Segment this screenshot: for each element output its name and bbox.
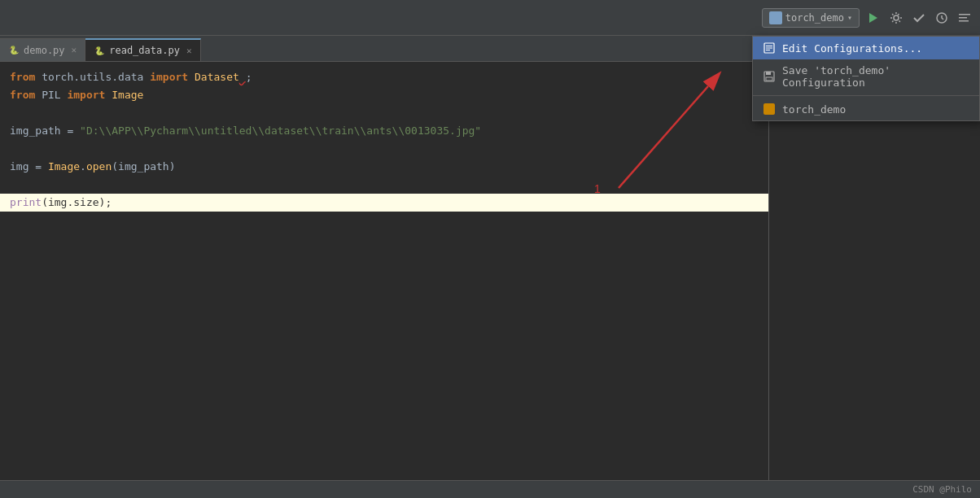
tab-read-data-label: read_data.py (109, 45, 180, 56)
file-icon-active: 🐍 (94, 45, 105, 56)
toolbar-icons (864, 9, 973, 27)
svg-marker-0 (869, 13, 877, 23)
svg-rect-4 (959, 17, 967, 19)
settings-button[interactable] (887, 9, 905, 27)
status-bar: CSDN @Philo (0, 480, 980, 498)
save-config-label: Save 'torch_demo' Configuration (782, 64, 969, 89)
tab-demo-label: demo.py (24, 45, 65, 56)
annotation-number: 1 (594, 182, 601, 195)
edit-config-label: Edit Configurations... (782, 42, 922, 55)
config-label: torch_demo (785, 12, 844, 24)
code-line-6: img = Image.open(img_path) (0, 158, 768, 176)
svg-rect-14 (766, 77, 772, 81)
code-line-3 (0, 104, 768, 122)
code-line-4: img_path = "D:\\APP\\Pycharm\\untitled\\… (0, 122, 768, 140)
code-line-2: from PIL import Image (0, 86, 768, 104)
edit-config-icon (763, 42, 776, 55)
torch-demo-label: torch_demo (782, 103, 846, 116)
dropdown-divider (753, 95, 979, 96)
close-read-data-tab[interactable]: ✕ (186, 46, 192, 56)
dropdown-item-torch-demo[interactable]: torch_demo (753, 98, 979, 120)
tab-read-data-py[interactable]: 🐍 read_data.py ✕ (85, 38, 200, 61)
close-demo-tab[interactable]: ✕ (72, 45, 77, 55)
more-button[interactable] (956, 9, 973, 27)
status-text: CSDN @Philo (912, 484, 972, 495)
editor-container: from torch.utils.data import Dataset ; f… (0, 62, 980, 480)
dropdown-item-save-config[interactable]: Save 'torch_demo' Configuration (753, 59, 979, 94)
coverage-button[interactable] (910, 9, 928, 27)
right-panel (768, 62, 980, 480)
code-line-8: print(img.size); (0, 194, 768, 212)
code-line-7 (0, 176, 768, 194)
code-line-5 (0, 140, 768, 158)
dropdown-menu: Edit Configurations... Save 'torch_demo'… (752, 36, 980, 121)
file-icon: 🐍 (8, 45, 20, 56)
svg-rect-5 (959, 20, 969, 22)
svg-rect-3 (959, 14, 970, 15)
toolbar: torch_demo ▾ (0, 0, 980, 36)
svg-point-1 (894, 15, 899, 20)
chevron-icon: ▾ (847, 13, 852, 22)
save-config-icon (763, 70, 776, 83)
tab-demo-py[interactable]: 🐍 demo.py ✕ (0, 38, 85, 61)
code-line-1: from torch.utils.data import Dataset ; (0, 68, 768, 86)
editor-main[interactable]: from torch.utils.data import Dataset ; f… (0, 62, 768, 480)
run-config-button[interactable]: torch_demo ▾ (762, 8, 860, 28)
config-icon (769, 11, 782, 24)
profile-button[interactable] (933, 9, 951, 27)
svg-rect-13 (766, 72, 771, 75)
dropdown-item-edit-config[interactable]: Edit Configurations... (753, 37, 979, 59)
torch-demo-icon (763, 103, 776, 116)
run-button[interactable] (864, 9, 882, 27)
